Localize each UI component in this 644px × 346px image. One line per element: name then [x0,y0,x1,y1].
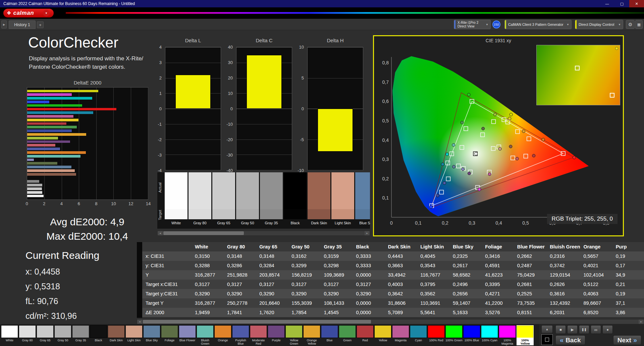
scroll-right-icon[interactable]: ► [639,320,644,324]
stop-button[interactable]: ■ [555,325,566,334]
scrollbar-thumb[interactable] [143,320,371,324]
palette-swatch[interactable] [197,325,214,338]
layout-button[interactable]: ▦ [635,20,643,29]
deltae-bar [27,137,58,139]
palette-swatch[interactable] [37,325,54,338]
palette-item[interactable]: 100% Magenta [498,325,516,346]
palette-item[interactable]: 100% Cyan [481,325,498,346]
tab-expander-button[interactable]: ▶ [1,20,7,28]
palette-item[interactable]: 100% Yellow [516,325,534,346]
palette-item[interactable]: Gray 65 [36,325,54,346]
close-button[interactable]: ✕ [629,0,644,7]
play-button[interactable]: ▶ [567,325,578,334]
palette-item[interactable]: Blue Sky [143,325,161,346]
palette-item[interactable]: Moderate Red [250,325,267,346]
palette-swatch[interactable] [357,325,374,338]
palette-swatch[interactable] [499,325,516,338]
palette-item[interactable]: Green [338,325,356,346]
meter-count-badge[interactable]: 232 [492,20,500,28]
x-tick-label: 6 [78,201,80,206]
palette-item[interactable]: White [1,325,18,346]
scroll-right-icon[interactable]: ► [365,231,370,235]
back-button[interactable]: « Back [555,335,585,345]
palette-swatch[interactable] [517,325,534,338]
palette-item[interactable]: Red [356,325,374,346]
logo-menu-button[interactable]: ▼ [43,10,50,16]
swatch-strip-scrollbar[interactable]: ◄ ► [157,231,370,236]
palette-swatch[interactable] [232,325,249,338]
palette-swatch[interactable] [19,325,36,338]
palette-item[interactable]: Black [90,325,107,346]
palette-swatch[interactable] [374,325,391,338]
palette-item[interactable]: Dark Skin [107,325,125,346]
palette-item[interactable]: Orange [214,325,232,346]
palette-item[interactable]: Purplish Blue [232,325,250,346]
palette-label: 100% Magenta [499,338,516,345]
palette-swatch[interactable] [125,325,143,338]
minimize-button[interactable]: — [600,0,614,7]
maximize-button[interactable]: ▢ [614,0,629,7]
palette-swatch[interactable] [321,325,338,338]
meter-dropdown[interactable]: X-Rite i1Pro 2 Direct View ▼ [454,20,491,29]
palette-swatch[interactable] [392,325,409,338]
palette-item[interactable]: Gray 35 [72,325,90,346]
pattern-up-button[interactable]: ▲ [541,325,553,333]
palette-swatch[interactable] [90,325,107,338]
display-control-dropdown[interactable]: Direct Display Control ▼ [575,20,623,29]
palette-swatch[interactable] [303,325,320,338]
deltae-bar [27,166,72,168]
palette-item[interactable]: Yellow Green [285,325,303,346]
palette-swatch[interactable] [481,325,498,338]
settings-button[interactable]: ⚙ [626,20,635,29]
palette-item[interactable]: 100% Green [445,325,463,346]
palette-swatch[interactable] [410,325,427,338]
table-cell: 0,3395 [482,280,514,289]
palette-swatch[interactable] [250,325,267,338]
pattern-window-button[interactable] [541,334,553,345]
palette-swatch[interactable] [268,325,285,338]
add-tab-button[interactable]: + [37,21,44,28]
palette-item[interactable]: Gray 80 [18,325,36,346]
palette-item[interactable]: Orange Yellow [303,325,321,346]
palette-swatch[interactable] [161,325,178,338]
palette-swatch[interactable] [72,325,89,338]
palette-swatch[interactable] [445,325,463,338]
palette-item[interactable]: 100% Red [427,325,445,346]
palette-item[interactable]: Magenta [392,325,410,346]
scroll-left-icon[interactable]: ◄ [158,231,163,235]
palette-swatch[interactable] [179,325,196,338]
scroll-left-icon[interactable]: ◄ [137,320,142,324]
table-cell: 5,5641 [417,308,449,317]
column-header: Purp [612,242,644,251]
palette-swatch[interactable] [285,325,303,338]
palette-item[interactable]: Cyan [410,325,427,346]
pattern-generator-dropdown[interactable]: CalMAN Client 3 Pattern Generator ▼ [504,20,572,29]
palette-item[interactable]: Gray 50 [54,325,72,346]
next-button[interactable]: Next » [613,335,641,345]
palette-item[interactable]: 100% Blue [463,325,481,346]
palette-item[interactable]: Foliage [161,325,178,346]
palette-item[interactable]: Bluish Green [196,325,214,346]
palette-item[interactable]: Blue Flower [178,325,196,346]
deltae-bar-row [27,165,148,169]
capture-button[interactable]: ● [602,325,613,334]
palette-item[interactable]: Light Skin [125,325,143,346]
palette-swatch[interactable] [214,325,231,338]
palette-swatch[interactable] [428,325,445,338]
palette-swatch[interactable] [339,325,356,338]
palette-label: Gray 80 [19,338,36,345]
palette-item[interactable]: Blue [321,325,338,346]
palette-item[interactable]: Purple [267,325,285,346]
pause-button[interactable]: ❚❚ [579,325,589,334]
palette-swatch[interactable] [1,325,18,338]
palette-swatch[interactable] [54,325,71,338]
palette-swatch[interactable] [108,325,125,338]
table-scrollbar[interactable]: ◄ ► [137,319,644,324]
scrollbar-thumb[interactable] [163,231,244,235]
palette-swatch[interactable] [463,325,480,338]
y-tick-label: 1 [159,91,162,96]
loop-button[interactable]: ∞ [591,325,601,334]
tab-history-1[interactable]: History 1 [9,20,36,29]
palette-item[interactable]: Yellow [374,325,392,346]
palette-swatch[interactable] [143,325,160,338]
